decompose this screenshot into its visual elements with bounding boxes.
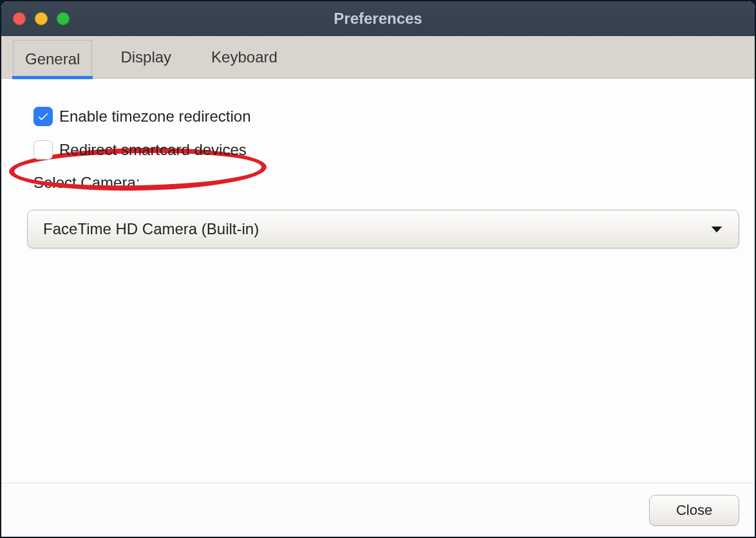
close-window-button[interactable] [13,12,26,25]
dropdown-selected-value: FaceTime HD Camera (Built-in) [43,220,259,238]
tab-general[interactable]: General [13,40,92,78]
tab-label: Keyboard [211,48,278,66]
tab-display[interactable]: Display [109,36,183,78]
tab-keyboard[interactable]: Keyboard [200,36,289,78]
checkbox-label: Enable timezone redirection [59,107,251,125]
titlebar: Preferences [1,1,755,36]
window-controls [1,12,70,25]
checkbox-label: Redirect smartcard devices [59,141,247,159]
checkbox-smartcard[interactable] [33,140,53,160]
tab-label: General [25,50,80,68]
dialog-footer: Close [1,483,755,537]
preferences-window: Preferences General Display Keyboard Ena… [0,0,756,538]
maximize-window-button[interactable] [57,12,70,25]
window-title: Preferences [1,10,755,28]
button-label: Close [676,502,712,519]
option-redirect-smartcard-devices[interactable]: Redirect smartcard devices [33,140,733,160]
option-enable-timezone-redirection[interactable]: Enable timezone redirection [33,107,733,126]
checkmark-icon [37,110,50,123]
minimize-window-button[interactable] [35,12,48,25]
chevron-down-icon [710,220,723,238]
select-camera-label: Select Camera: [33,174,733,192]
tab-bar: General Display Keyboard [1,36,755,79]
tab-label: Display [120,48,171,66]
camera-dropdown[interactable]: FaceTime HD Camera (Built-in) [27,210,739,248]
checkbox-timezone[interactable] [33,107,53,126]
tab-content-general: Enable timezone redirection Redirect sma… [1,79,755,483]
close-button[interactable]: Close [649,495,739,526]
